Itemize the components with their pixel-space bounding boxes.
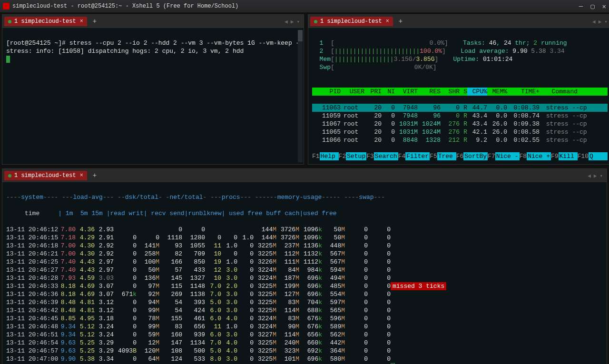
fn-F3[interactable]: Search — [374, 152, 398, 160]
fn-F7[interactable]: Nice - — [495, 152, 520, 160]
terminal-pane-right: 1 simplecloud-test × + ◀▶▾ 1 [0.0%] Task… — [308, 14, 609, 165]
table-row: 13-11 20:46:48 9.345.123.24 099M83656111… — [6, 323, 603, 331]
table-row[interactable]: 11063root2007948960R44.70.00:08.39 stres… — [312, 104, 608, 112]
tab-simplecloud-1[interactable]: 1 simplecloud-test × — [4, 17, 87, 26]
dstat-rows: 13-11 20:46:12 7.804.362.93 00144M3726M1… — [6, 226, 603, 364]
scrollbar[interactable] — [298, 30, 303, 162]
fn-F8[interactable]: Nice + — [527, 152, 551, 160]
close-button[interactable]: ✕ — [602, 2, 606, 10]
new-tab-button[interactable]: + — [89, 171, 100, 180]
table-row[interactable]: 11067root2001031M1024M276R43.426.00:09.3… — [312, 120, 608, 128]
htop-process-list: 11063root2007948960R44.70.00:08.39 stres… — [312, 104, 608, 144]
terminal-left[interactable]: [root@254125 ~]# stress --cpu 2 --io 2 -… — [2, 28, 304, 164]
close-icon[interactable]: × — [386, 18, 389, 25]
fn-F6[interactable]: SortBy — [463, 152, 488, 160]
fn-F1[interactable]: Help — [320, 152, 339, 160]
terminal-pane-left: 1 simplecloud-test × + ◀▶▾ [root@254125 … — [2, 14, 304, 165]
dstat-categories: ----system---- ---load-avg--- --dsk/tota… — [6, 193, 603, 201]
table-row: 13-11 20:46:33 8.184.693.07 097M11511487… — [6, 282, 603, 290]
table-row[interactable]: 11059root2007948960R43.40.00:08.74 stres… — [312, 112, 608, 120]
table-row: 13-11 20:46:15 7.184.292.91 001118128000… — [6, 234, 603, 242]
table-row: 13-11 20:46:18 7.004.302.92 0141M9310551… — [6, 242, 603, 250]
status-dot-icon — [314, 20, 317, 23]
tab-simplecloud-3[interactable]: 1 simplecloud-test × — [4, 171, 87, 180]
tabbar-left: 1 simplecloud-test × + ◀▶▾ — [2, 15, 304, 28]
htop-fn-bar: F1HelpF2SetupF3SearchF4FilterF5TreeF6Sor… — [312, 152, 608, 160]
fn-F4[interactable]: Filter — [405, 152, 430, 160]
table-row: 13-11 20:46:42 8.484.813.12 099M544246.0… — [6, 306, 603, 315]
titlebar: simplecloud-test - root@254125:~ - Xshel… — [0, 0, 609, 12]
htop-columns: PIDUSERPRINIVIRTRESSHRSCPU%MEM%TIME+Comm… — [312, 88, 608, 96]
table-row: 13-11 20:46:51 9.345.123.24 059M1609396.… — [6, 331, 603, 339]
tabbar-bottom: 1 simplecloud-test × + ◀▶▾ — [2, 169, 607, 182]
table-row[interactable]: 11066root20088481328212R9.20.00:02.55 st… — [312, 136, 608, 144]
table-row: 13-11 20:46:54 9.635.253.29 012M14711347… — [6, 339, 603, 347]
status-dot-icon — [8, 174, 11, 177]
terminal-pane-bottom: 1 simplecloud-test × + ◀▶▾ ----system---… — [2, 168, 607, 364]
fn-F2[interactable]: Setup — [346, 152, 366, 160]
maximize-button[interactable]: ▢ — [590, 2, 594, 10]
scrollbar-thumb[interactable] — [298, 30, 303, 41]
table-row: 13-11 20:47:00 9.905.383.34 064M1245338.… — [6, 355, 603, 363]
table-row: 13-11 20:46:57 9.635.253.29 4093B120M108… — [6, 347, 603, 355]
minimize-button[interactable]: — — [579, 2, 583, 10]
terminal-htop[interactable]: 1 [0.0%] Tasks: 46, 24 thr; 2 running 2 … — [308, 28, 609, 164]
tabbar-right: 1 simplecloud-test × + ◀▶▾ — [308, 15, 609, 28]
fn-F5[interactable]: Tree — [437, 152, 456, 160]
cursor — [6, 56, 10, 63]
dstat-columns: time | 1m 5m 15m |read writ| recv send|r… — [6, 209, 603, 217]
table-row: 13-11 20:46:27 7.404.432.97 050M57433123… — [6, 266, 603, 274]
fn-F9[interactable]: Kill — [559, 152, 578, 160]
table-row: 13-11 20:46:39 8.484.813.12 094M543935.0… — [6, 298, 603, 306]
table-row: 13-11 20:46:28 7.934.593.03 0136M1451327… — [6, 274, 603, 282]
tab-simplecloud-2[interactable]: 1 simplecloud-test × — [310, 17, 393, 26]
close-icon[interactable]: × — [80, 18, 83, 25]
status-dot-icon — [8, 20, 11, 23]
table-row: 13-11 20:46:36 8.184.693.07 671k92M26911… — [6, 290, 603, 298]
new-tab-button[interactable]: + — [395, 17, 406, 26]
table-row: 13-11 20:46:21 7.004.302.92 0258M8270910… — [6, 250, 603, 258]
table-row: 13-11 20:46:45 8.854.953.18 078M1554616.… — [6, 315, 603, 323]
fn-F10[interactable]: Q — [589, 152, 608, 160]
app-icon — [3, 3, 10, 10]
table-row: 13-11 20:46:25 7.404.432.97 0100M1668501… — [6, 258, 603, 266]
close-icon[interactable]: × — [80, 172, 83, 179]
terminal-dstat[interactable]: ----system---- ---load-avg--- --dsk/tota… — [2, 182, 607, 364]
window-title: simplecloud-test - root@254125:~ - Xshel… — [12, 3, 238, 10]
table-row[interactable]: 11065root2001031M1024M276R42.126.00:08.5… — [312, 128, 608, 136]
table-row: 13-11 20:46:12 7.804.362.93 00144M3726M1… — [6, 226, 603, 234]
new-tab-button[interactable]: + — [89, 17, 100, 26]
